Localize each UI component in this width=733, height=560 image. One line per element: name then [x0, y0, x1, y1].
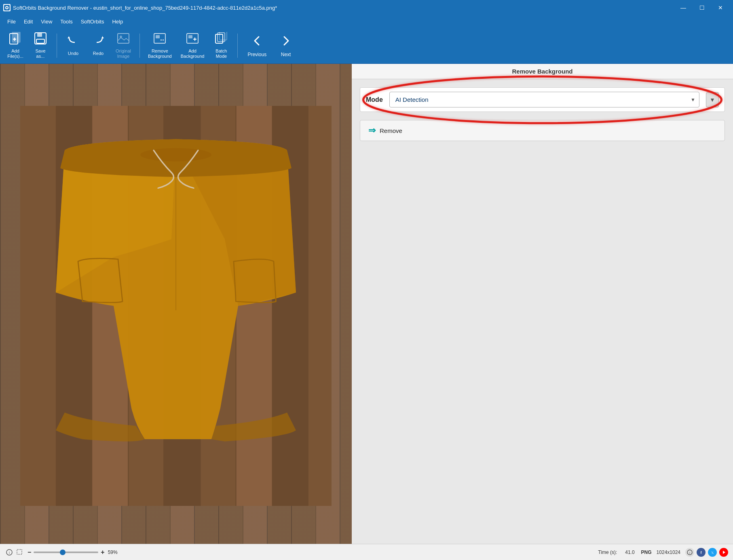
info-status-icon[interactable]: i: [5, 548, 14, 557]
batch-mode-label: Batch Mode: [215, 48, 227, 59]
add-background-icon: [186, 32, 199, 47]
remove-btn-area: ⇒ Remove: [352, 116, 733, 145]
right-panel: Remove Background Mode AI Detection Magi…: [352, 64, 733, 544]
next-label: Next: [281, 52, 291, 57]
social-icons: i f 𝕏: [685, 548, 728, 557]
youtube-icon[interactable]: [719, 548, 728, 557]
undo-label: Undo: [68, 51, 78, 56]
toolbar-group-nav: Previous Next: [242, 30, 299, 61]
menu-bar: File Edit View Tools SoftOrbits Help: [0, 15, 733, 27]
svg-rect-16: [188, 35, 192, 38]
add-background-label: Add Background: [181, 48, 205, 59]
remove-background-button[interactable]: Remove Background: [144, 30, 176, 61]
close-button[interactable]: ✕: [711, 0, 730, 15]
image-dimensions: 1024x1024: [657, 549, 680, 555]
batch-mode-button[interactable]: Batch Mode: [209, 30, 233, 61]
facebook-icon[interactable]: f: [697, 548, 706, 557]
mode-row: Mode AI Detection Magic Wand Manual ▼ ▼: [360, 87, 725, 112]
svg-text:𝕏: 𝕏: [711, 551, 714, 555]
svg-rect-8: [37, 33, 42, 37]
remove-background-icon: [153, 32, 166, 47]
toolbar-separator-2: [139, 34, 140, 58]
add-files-icon: [9, 32, 22, 47]
zoom-value: 59%: [108, 549, 118, 555]
menu-edit[interactable]: Edit: [20, 17, 37, 26]
expand-icon: ▼: [710, 97, 715, 103]
zoom-minus-button[interactable]: −: [27, 549, 31, 556]
save-as-button[interactable]: Save as...: [28, 30, 53, 61]
expand-button[interactable]: ▼: [706, 92, 719, 107]
menu-view[interactable]: View: [37, 17, 56, 26]
title-bar-left: SoftOrbits Background Remover - eustin_s…: [3, 4, 277, 11]
svg-point-2: [6, 7, 8, 8]
canvas-area[interactable]: [0, 64, 352, 544]
original-image-icon: [117, 32, 130, 47]
status-icons: i: [5, 548, 24, 557]
remove-background-label: Remove Background: [148, 48, 172, 59]
shorts-svg: [20, 84, 332, 528]
status-bar: i − + 59% Time (s): 41.0 PNG 1024x1024 i…: [0, 544, 733, 560]
time-value: 41.0: [625, 549, 634, 555]
toolbar-separator-1: [57, 34, 57, 58]
menu-softorbits[interactable]: SoftOrbits: [77, 17, 108, 26]
svg-rect-36: [17, 549, 22, 554]
svg-rect-12: [154, 34, 165, 43]
zoom-slider-track[interactable]: [34, 552, 98, 553]
redo-icon: [92, 34, 105, 49]
window-controls: — ☐ ✕: [674, 0, 730, 15]
status-left: i − + 59%: [5, 548, 591, 557]
add-background-button[interactable]: Add Background: [177, 30, 209, 61]
info-icon[interactable]: i: [685, 548, 694, 557]
app-icon: [3, 4, 11, 11]
minimize-button[interactable]: —: [674, 0, 693, 15]
arrow-right-icon: ⇒: [368, 125, 376, 136]
zoom-plus-button[interactable]: +: [101, 549, 104, 556]
save-as-label: Save as...: [35, 48, 45, 59]
toolbar-group-actions: Remove Background Add Background Batch M…: [144, 30, 233, 61]
remove-button[interactable]: ⇒ Remove: [360, 120, 725, 141]
svg-rect-15: [187, 34, 198, 43]
title-bar: SoftOrbits Background Remover - eustin_s…: [0, 0, 733, 15]
mode-select-wrapper: AI Detection Magic Wand Manual ▼: [389, 92, 699, 107]
previous-label: Previous: [247, 52, 266, 57]
svg-rect-10: [118, 34, 129, 43]
twitter-icon[interactable]: 𝕏: [708, 548, 717, 557]
svg-rect-31: [308, 106, 332, 506]
menu-file[interactable]: File: [3, 17, 20, 26]
toolbar-group-file: Add File(s)... Save as...: [3, 30, 53, 61]
panel-header: Remove Background: [352, 64, 733, 79]
next-icon: [279, 34, 293, 50]
mode-select[interactable]: AI Detection Magic Wand Manual: [389, 92, 699, 107]
next-button[interactable]: Next: [273, 30, 299, 61]
main-content: Remove Background Mode AI Detection Magi…: [0, 64, 733, 544]
toolbar: Add File(s)... Save as... Undo Redo: [0, 27, 733, 64]
zoom-slider-thumb[interactable]: [60, 549, 65, 555]
undo-icon: [67, 34, 80, 49]
redo-label: Redo: [93, 51, 104, 56]
status-right: PNG 1024x1024 i f 𝕏: [641, 548, 728, 557]
menu-tools[interactable]: Tools: [56, 17, 76, 26]
svg-text:i: i: [9, 551, 10, 555]
original-image-button[interactable]: Original Image: [111, 30, 135, 61]
batch-mode-icon: [215, 32, 228, 47]
svg-rect-4: [12, 32, 20, 42]
previous-button[interactable]: Previous: [242, 30, 272, 61]
maximize-button[interactable]: ☐: [693, 0, 711, 15]
mode-label: Mode: [366, 96, 383, 103]
svg-point-32: [140, 148, 211, 162]
selection-icon[interactable]: [15, 548, 24, 557]
menu-help[interactable]: Help: [108, 17, 127, 26]
zoom-control: − +: [27, 549, 105, 556]
remove-button-label: Remove: [380, 127, 402, 134]
svg-rect-23: [20, 106, 56, 506]
toolbar-separator-3: [237, 34, 238, 58]
toolbar-group-history: Undo Redo Original Image: [61, 30, 135, 61]
undo-button[interactable]: Undo: [61, 30, 85, 61]
redo-button[interactable]: Redo: [86, 30, 110, 61]
svg-text:i: i: [689, 551, 690, 555]
product-image: [20, 84, 332, 528]
window-title: SoftOrbits Background Remover - eustin_s…: [13, 5, 277, 11]
time-label: Time (s):: [598, 549, 617, 555]
add-files-button[interactable]: Add File(s)...: [3, 30, 27, 61]
save-as-icon: [34, 32, 47, 47]
